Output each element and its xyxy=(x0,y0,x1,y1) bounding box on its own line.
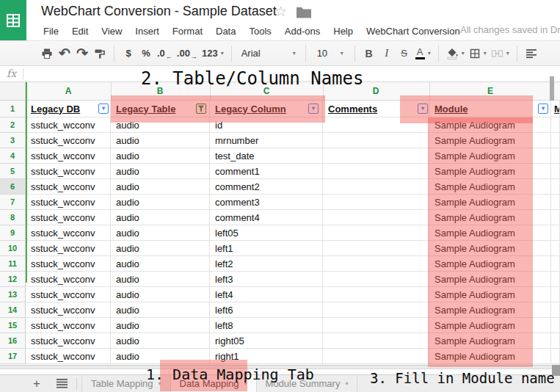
cell-A7[interactable]: sstuck_wcconv xyxy=(26,195,111,210)
filter-dropdown-icon[interactable]: ▾ xyxy=(98,104,109,114)
column-header-A[interactable]: A xyxy=(65,86,72,96)
cell-D8[interactable] xyxy=(323,210,429,225)
cell-A1[interactable]: Legacy DB▾ xyxy=(26,101,111,117)
cell-B5[interactable]: audio xyxy=(111,164,210,179)
row-header-6[interactable]: 6 xyxy=(0,179,26,195)
cell-F13[interactable] xyxy=(551,287,560,302)
cell-A10[interactable]: sstuck_wcconv xyxy=(26,241,111,256)
cell-A15[interactable]: sstuck_wcconv xyxy=(26,318,111,333)
cell-A11[interactable]: sstuck_wcconv xyxy=(26,256,111,272)
cell-C7[interactable]: comment3 xyxy=(210,195,323,210)
undo-button[interactable]: ↶ xyxy=(56,44,73,63)
row-header-12[interactable]: 12 xyxy=(0,272,26,287)
filter-dropdown-icon[interactable]: ▾ xyxy=(308,104,319,114)
cell-C8[interactable]: comment4 xyxy=(210,210,323,225)
cell-D13[interactable] xyxy=(323,287,429,302)
bold-button[interactable]: B xyxy=(360,44,378,63)
cell-F15[interactable] xyxy=(551,318,560,333)
cell-F12[interactable] xyxy=(551,272,560,287)
cell-D14[interactable] xyxy=(323,302,429,318)
row-header-11[interactable]: 11 xyxy=(0,256,26,272)
increase-decimal-button[interactable]: .00 → xyxy=(175,44,200,63)
cell-C6[interactable]: comment2 xyxy=(210,179,323,195)
document-title[interactable]: WebChart Conversion - Sample Dataset xyxy=(41,4,277,19)
cell-B9[interactable]: audio xyxy=(111,225,210,241)
menu-insert[interactable]: Insert xyxy=(128,26,166,37)
row-header-1[interactable]: 1 xyxy=(0,101,26,117)
cell-C5[interactable]: comment1 xyxy=(210,164,323,179)
row-header-2[interactable]: 2 xyxy=(0,117,26,133)
cell-E9[interactable]: Sample Audiogram xyxy=(429,225,551,241)
cell-D2[interactable] xyxy=(323,117,429,133)
paint-format-button[interactable] xyxy=(91,44,109,63)
select-all-corner[interactable] xyxy=(0,82,26,101)
cell-D6[interactable] xyxy=(323,179,429,195)
cell-F10[interactable] xyxy=(551,241,560,256)
cell-C4[interactable]: test_date xyxy=(210,148,323,164)
cell-A6[interactable]: sstuck_wcconv xyxy=(26,179,111,195)
cell-A14[interactable]: sstuck_wcconv xyxy=(26,302,111,318)
chevron-down-icon[interactable]: ▾ xyxy=(244,380,247,387)
cell-C9[interactable]: left05 xyxy=(210,225,323,241)
cell-A12[interactable]: sstuck_wcconv xyxy=(26,272,111,287)
cell-F9[interactable] xyxy=(551,225,560,241)
tab-table-mapping[interactable]: Table Mapping▾ xyxy=(81,375,171,392)
cell-B14[interactable]: audio xyxy=(111,302,210,318)
cell-C17[interactable]: right1 xyxy=(210,349,323,364)
row-header-5[interactable]: 5 xyxy=(0,164,26,179)
row-header-15[interactable]: 15 xyxy=(0,318,26,333)
cell-C3[interactable]: mrnumber xyxy=(210,133,323,148)
cell-D1[interactable]: Comments▾ xyxy=(323,101,429,117)
cell-D7[interactable] xyxy=(323,195,429,210)
cell-E4[interactable]: Sample Audiogram xyxy=(429,148,551,164)
print-button[interactable] xyxy=(38,44,56,63)
row-header-14[interactable]: 14 xyxy=(0,302,26,318)
format-currency-button[interactable]: $ xyxy=(120,44,137,63)
cell-C15[interactable]: left8 xyxy=(210,318,323,333)
cell-E15[interactable]: Sample Audiogram xyxy=(429,318,551,333)
cell-D4[interactable] xyxy=(323,148,429,164)
cell-C14[interactable]: left6 xyxy=(210,302,323,318)
folder-icon[interactable] xyxy=(296,6,312,21)
cell-D17[interactable] xyxy=(323,349,429,364)
cell-A9[interactable]: sstuck_wcconv xyxy=(26,225,111,241)
number-format-button[interactable]: 123 ▾ xyxy=(200,44,226,63)
formula-bar[interactable]: fx xyxy=(0,66,560,82)
cell-B1[interactable]: Legacy Table xyxy=(111,101,210,117)
decrease-decimal-button[interactable]: .0 ← xyxy=(155,44,175,63)
cell-B12[interactable]: audio xyxy=(111,272,210,287)
cell-B7[interactable]: audio xyxy=(111,195,210,210)
cell-D15[interactable] xyxy=(323,318,429,333)
cell-C1[interactable]: Legacy Column▾ xyxy=(210,101,323,117)
cell-D12[interactable] xyxy=(323,272,429,287)
cell-F14[interactable] xyxy=(551,302,560,318)
font-size-select[interactable]: 10 ▾ xyxy=(311,44,349,63)
row-header-3[interactable]: 3 xyxy=(0,133,26,148)
cell-C16[interactable]: right05 xyxy=(210,333,323,349)
cell-E5[interactable]: Sample Audiogram xyxy=(429,164,551,179)
font-family-select[interactable]: Arial ▾ xyxy=(237,44,300,63)
horizontal-scrollbar-track[interactable] xyxy=(0,365,560,369)
cell-B11[interactable]: audio xyxy=(111,256,210,272)
cell-B10[interactable]: audio xyxy=(111,241,210,256)
cell-F5[interactable] xyxy=(551,164,560,179)
tab-data-mapping[interactable]: Data Mapping▾ xyxy=(171,375,257,392)
cell-A8[interactable]: sstuck_wcconv xyxy=(26,210,111,225)
sheets-logo-icon[interactable] xyxy=(0,0,26,40)
text-color-button[interactable]: A ▾ xyxy=(413,44,433,63)
cell-E8[interactable]: Sample Audiogram xyxy=(429,210,551,225)
cell-E14[interactable]: Sample Audiogram xyxy=(429,302,551,318)
menu-webchart-conversion[interactable]: WebChart Conversion xyxy=(360,26,467,37)
cell-F2[interactable] xyxy=(551,117,560,133)
menu-edit[interactable]: Edit xyxy=(65,26,95,37)
cell-C11[interactable]: left2 xyxy=(210,256,323,272)
fill-color-button[interactable]: ▾ xyxy=(444,44,467,63)
cell-B6[interactable]: audio xyxy=(111,179,210,195)
row-header-9[interactable]: 9 xyxy=(0,225,26,241)
cell-B16[interactable]: audio xyxy=(111,333,210,349)
row-header-4[interactable]: 4 xyxy=(0,148,26,164)
chevron-down-icon[interactable]: ▾ xyxy=(159,380,161,387)
cell-F1-clipped[interactable]: M xyxy=(551,101,560,117)
cell-F4[interactable] xyxy=(551,148,560,164)
strikethrough-button[interactable]: S xyxy=(396,44,413,63)
